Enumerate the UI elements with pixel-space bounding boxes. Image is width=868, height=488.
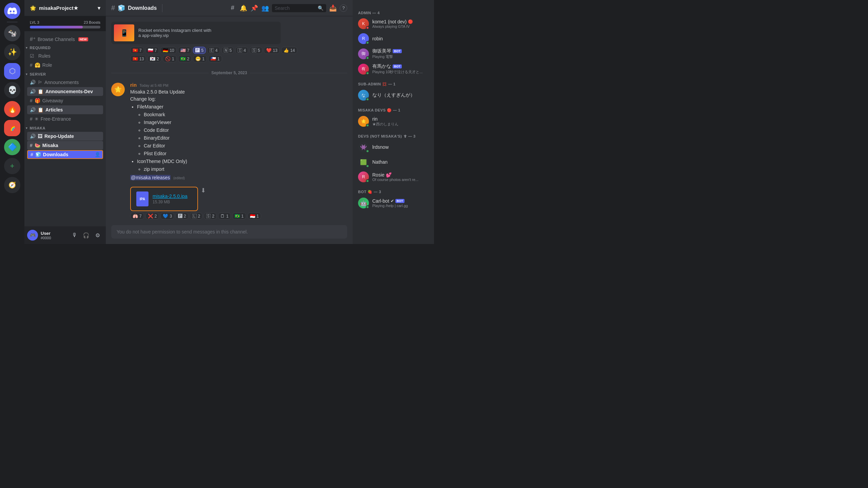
- channel-announcements[interactable]: 🔊 🏳 Announcements: [27, 78, 103, 87]
- reaction-flag-us[interactable]: 🇺🇸 7: [178, 47, 192, 54]
- deafen-button[interactable]: 🎧: [81, 230, 92, 241]
- reaction-x[interactable]: ❌ 2: [145, 212, 159, 220]
- reaction-id[interactable]: 🇮🇩 1: [248, 212, 261, 220]
- section-admin-header: ADMIN — 4: [355, 8, 431, 16]
- server-icon-6[interactable]: 🌈: [4, 120, 20, 136]
- reaction-vn2[interactable]: 🇻🇳 13: [130, 55, 146, 62]
- reaction-i[interactable]: 🇮 4: [235, 47, 248, 54]
- carlbot-status: [366, 205, 369, 209]
- misaka-info: 御坂美琴 BOT Playing 電撃: [372, 48, 429, 59]
- members-icon-btn[interactable]: 👥: [261, 4, 269, 12]
- server-icon-5[interactable]: 🔥: [4, 101, 20, 117]
- file-attachment[interactable]: IPA misaka-2.5.0.ipa 15.39 MB: [130, 187, 198, 211]
- help-icon-btn[interactable]: ?: [340, 4, 347, 12]
- member-misaka[interactable]: 御 御坂美琴 BOT Playing 電撃: [355, 46, 431, 61]
- mute-icon-btn[interactable]: 🔔: [239, 4, 248, 12]
- channel-downloads[interactable]: # 🧊 Downloads 👤: [27, 150, 103, 159]
- server-icon-misaka[interactable]: ⬡: [4, 63, 20, 79]
- server-icon-7[interactable]: 🔷: [4, 139, 20, 155]
- channel-rules[interactable]: ☑ Rules: [27, 52, 103, 60]
- channel-header-name: Downloads: [128, 5, 157, 11]
- reaction-s2[interactable]: 🇸 2: [204, 212, 217, 220]
- file-size: 15.39 MB: [153, 200, 192, 204]
- reaction-notepad[interactable]: 🗒 1: [218, 212, 231, 220]
- nari-info: なり（えすぎんが）: [372, 92, 429, 98]
- boost-link[interactable]: 23 Boosts: [84, 20, 100, 24]
- reaction-br[interactable]: 🇧🇷 2: [178, 55, 192, 62]
- reaction-p[interactable]: 🅿 5: [193, 47, 206, 54]
- search-bar[interactable]: 🔍: [272, 4, 326, 12]
- reaction-thumbsup[interactable]: 👍 14: [281, 47, 297, 54]
- control-icons: 🎙 🎧 ⚙: [69, 230, 103, 241]
- rosie-name: Rosie 💕: [372, 172, 392, 178]
- reaction-grin[interactable]: 😁 1: [193, 55, 207, 62]
- message-input-placeholder: You do not have permission to send messa…: [117, 229, 342, 235]
- discord-home-button[interactable]: [4, 3, 20, 19]
- reaction-p2[interactable]: 🅿 2: [176, 212, 189, 220]
- rin-avatar[interactable]: 🌟: [111, 83, 125, 96]
- rules-label: Rules: [38, 53, 51, 59]
- channel-announcements-dev[interactable]: 🔊 📋 Announcements-Dev: [27, 87, 103, 96]
- mute-button[interactable]: 🎙: [69, 230, 80, 241]
- level-bar-fill: [30, 26, 83, 28]
- carlbot-bot-badge: BOT: [395, 199, 405, 203]
- member-lrdsnow[interactable]: 👾 lrdsnow: [355, 140, 431, 155]
- section-required-label: REQUIRED: [30, 46, 51, 50]
- reaction-br2[interactable]: 🇧🇷 1: [232, 212, 246, 220]
- message-header-rin: rin Today at 5:48 PM: [130, 82, 347, 88]
- carlbot-avatar: 🤖: [358, 198, 369, 208]
- reaction-lungs[interactable]: 🫁 7: [130, 212, 144, 220]
- reaction-s[interactable]: 🇸 5: [250, 47, 262, 54]
- reaction-kr[interactable]: 🇰🇷 2: [147, 55, 161, 62]
- reaction-cl[interactable]: 🇨🇱 1: [208, 55, 222, 62]
- channel-misaka[interactable]: # 🍉 Misaka: [27, 141, 103, 150]
- member-rin[interactable]: 🌟 rin ★西のしまりん: [355, 114, 431, 129]
- member-kome1[interactable]: K kome1 (not dev) 🔴 Always playing GTA I…: [355, 16, 431, 31]
- section-server-header[interactable]: ▾ SERVER: [24, 71, 106, 78]
- member-arima[interactable]: 有 有馬かな BOT Playing 10秒で泣ける天才と...: [355, 61, 431, 77]
- member-nathan[interactable]: 🟩 Nathan: [355, 155, 431, 169]
- user-avatar[interactable]: 🎮: [27, 230, 38, 241]
- reaction-l[interactable]: 🇱 2: [190, 212, 203, 220]
- server-icon-4[interactable]: 💀: [4, 82, 20, 98]
- file-name[interactable]: misaka-2.5.0.ipa: [153, 194, 192, 199]
- channel-free-entrance[interactable]: # ✳ Free-Entrance: [27, 115, 103, 123]
- search-input[interactable]: [275, 5, 315, 11]
- channel-role[interactable]: # 🤗 Role: [27, 61, 103, 69]
- reaction-ban[interactable]: 🚫 1: [163, 55, 177, 62]
- hash-icon-btn[interactable]: #: [229, 4, 237, 12]
- explore-button[interactable]: 🧭: [4, 177, 20, 193]
- section-misaka-header[interactable]: ▾ Misaka: [24, 125, 106, 131]
- section-required-header[interactable]: ▾ REQUIRED: [24, 44, 106, 51]
- rin-author[interactable]: rin: [130, 82, 137, 88]
- server-bar-divider: [7, 22, 18, 22]
- server-icon-2[interactable]: ✨: [4, 44, 20, 60]
- channel-giveaway[interactable]: # 🎁 Giveaway: [27, 96, 103, 105]
- channel-articles[interactable]: 🔊 📋 Articles: [27, 105, 103, 114]
- pin-icon-btn[interactable]: 📌: [250, 4, 258, 12]
- add-server-button[interactable]: +: [4, 158, 20, 174]
- rin-sidebar-name: rin: [372, 116, 378, 122]
- date-divider-text: September 5, 2023: [211, 70, 247, 75]
- user-settings-button[interactable]: ⚙: [92, 230, 103, 241]
- member-robin[interactable]: R robin: [355, 31, 431, 46]
- reaction-heart[interactable]: ❤️ 13: [264, 47, 280, 54]
- server-header[interactable]: 🌟 misakaProject★ ▾: [24, 0, 106, 16]
- reaction-flag-pl[interactable]: 🇵🇱 7: [145, 47, 159, 54]
- member-rosie[interactable]: R Rosie 💕 Of course photos aren't re...: [355, 169, 431, 184]
- member-carlbot[interactable]: 🤖 Carl-bot ✔ BOT Playing /help | carl.gg: [355, 196, 431, 210]
- inbox-icon-btn[interactable]: 📥: [329, 4, 337, 12]
- nathan-info: Nathan: [372, 159, 429, 165]
- reaction-n[interactable]: 🇳 5: [221, 47, 234, 54]
- server-icon-1[interactable]: 🐄: [4, 25, 20, 41]
- reaction-flag-de[interactable]: 🇩🇪 10: [160, 47, 176, 54]
- reaction-blue-heart[interactable]: 💙 3: [160, 212, 174, 220]
- carlbot-status-text: Playing /help | carl.gg: [372, 204, 429, 208]
- download-button[interactable]: ⬇: [201, 187, 206, 194]
- browse-channels-button[interactable]: #⁺ Browse Channels NEW: [27, 34, 103, 44]
- channel-repo-update[interactable]: 🔊 🖼 Repo-Update: [27, 132, 103, 141]
- member-nari[interactable]: な なり（えすぎんが）: [355, 88, 431, 103]
- reaction-flag-vn[interactable]: 🇻🇳 7: [130, 47, 144, 54]
- reaction-e[interactable]: 🇪 4: [207, 47, 220, 54]
- misaka-icon: #: [30, 143, 33, 148]
